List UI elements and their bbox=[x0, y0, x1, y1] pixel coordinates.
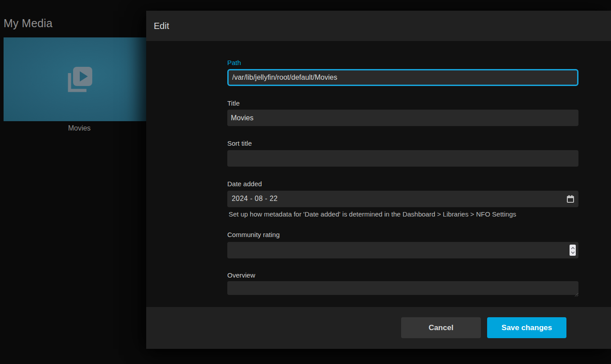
title-input[interactable] bbox=[227, 110, 578, 126]
overview-input[interactable] bbox=[227, 281, 578, 295]
sort-title-label: Sort title bbox=[227, 139, 252, 147]
calendar-icon[interactable] bbox=[566, 195, 574, 205]
dialog-footer: Cancel Save changes bbox=[146, 307, 611, 349]
date-added-helper: Set up how metadata for 'Date added' is … bbox=[229, 210, 516, 218]
path-input[interactable] bbox=[227, 69, 578, 86]
date-added-label: Date added bbox=[227, 180, 262, 188]
jellyfin-page: My Media Movies Edit Path Title Sort tit… bbox=[0, 0, 611, 364]
save-changes-button[interactable]: Save changes bbox=[487, 317, 566, 338]
path-label: Path bbox=[227, 59, 241, 66]
dialog-title: Edit bbox=[154, 11, 169, 41]
overview-label: Overview bbox=[227, 271, 255, 279]
community-rating-label: Community rating bbox=[227, 231, 280, 238]
library-card-label: Movies bbox=[4, 124, 155, 132]
page-title: My Media bbox=[4, 17, 53, 30]
edit-dialog: Edit Path Title Sort title Date added 20… bbox=[146, 11, 611, 349]
stepper-arrows-icon[interactable] bbox=[570, 245, 576, 256]
community-rating-input[interactable] bbox=[227, 242, 578, 258]
date-added-input[interactable]: 2024 - 08 - 22 bbox=[227, 191, 578, 207]
title-label: Title bbox=[227, 99, 240, 107]
cancel-button[interactable]: Cancel bbox=[401, 317, 481, 338]
edit-form: Path Title Sort title Date added 2024 - … bbox=[227, 41, 578, 307]
dialog-header: Edit bbox=[146, 11, 611, 41]
sort-title-input[interactable] bbox=[227, 150, 578, 167]
video-collection-icon bbox=[65, 65, 94, 93]
dialog-body: Path Title Sort title Date added 2024 - … bbox=[146, 41, 611, 307]
library-card-movies[interactable] bbox=[4, 37, 155, 121]
date-added-value: 2024 - 08 - 22 bbox=[232, 194, 278, 203]
